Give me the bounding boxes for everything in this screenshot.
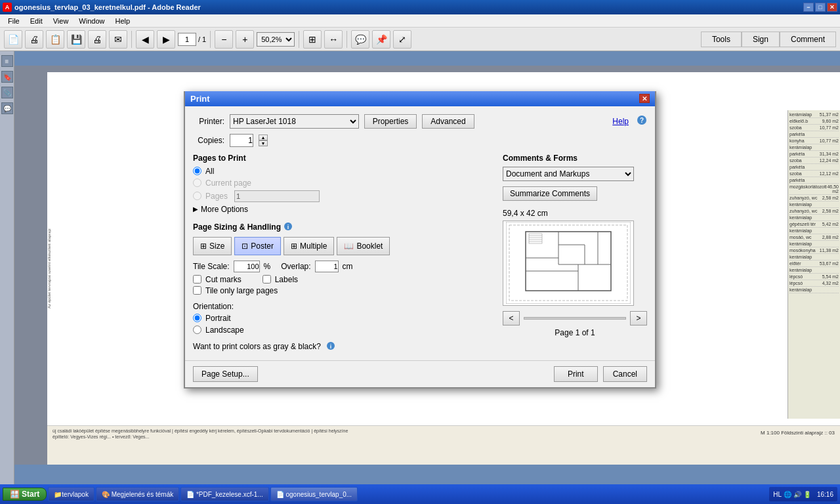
sizing-info-icon[interactable]: i	[284, 222, 293, 233]
landscape-label: Landscape	[205, 326, 244, 335]
preview-dimensions: 59,4 x 42 cm	[503, 209, 647, 218]
booklet-button-label: Booklet	[356, 242, 383, 251]
dialog-titlebar: Print ✕	[185, 91, 655, 106]
radio-pages-input[interactable]	[193, 192, 201, 200]
gray-label: Want to print colors as gray & black?	[193, 342, 321, 351]
cancel-button[interactable]: Cancel	[603, 366, 647, 382]
booklet-button[interactable]: 📖 Booklet	[337, 237, 390, 255]
tile-large-row: Tile only large pages	[193, 286, 492, 295]
comments-section: Comments & Forms Document and Markups Do…	[503, 154, 647, 201]
sizing-section-label: Page Sizing & Handling i	[193, 222, 492, 233]
preview-next-button[interactable]: >	[630, 311, 647, 326]
preview-svg	[506, 222, 631, 304]
footer-right: Print Cancel	[554, 366, 647, 382]
page-setup-button[interactable]: Page Setup...	[193, 366, 258, 382]
copies-input[interactable]	[230, 134, 253, 147]
window-close-button[interactable]: ✕	[827, 3, 837, 12]
tile-scale-row: Tile Scale: % Overlap: cm	[193, 261, 492, 272]
cut-marks-label: Cut marks	[205, 275, 242, 284]
title-bar-left: A ogonesius_tervlap_03_keretnelkul.pdf -…	[3, 3, 201, 12]
maximize-button[interactable]: □	[815, 3, 826, 12]
radio-current-row: Current page	[193, 178, 492, 188]
dialog-overlay: Print ✕ Printer: HP LaserJet 1018 Proper…	[0, 14, 840, 504]
sizing-section: Page Sizing & Handling i ⊞ Size ⊡	[193, 222, 492, 295]
radio-all-row: All	[193, 167, 492, 176]
gray-black-row: Want to print colors as gray & black? i	[193, 341, 492, 352]
title-bar-buttons: − □ ✕	[803, 3, 837, 12]
app-icon: A	[3, 3, 12, 12]
dialog-right: Comments & Forms Document and Markups Do…	[503, 154, 647, 352]
svg-text:?: ?	[640, 117, 644, 124]
multiple-icon: ⊞	[291, 242, 297, 251]
radio-all-label: All	[205, 167, 214, 176]
portrait-radio[interactable]	[193, 314, 201, 322]
dialog-footer: Page Setup... Print Cancel	[185, 360, 655, 387]
poster-button[interactable]: ⊡ Poster	[234, 237, 281, 255]
dialog-left: Pages to Print All Current page Pages	[193, 154, 492, 352]
title-bar: A ogonesius_tervlap_03_keretnelkul.pdf -…	[0, 0, 840, 14]
tile-large-checkbox[interactable]	[193, 286, 201, 295]
dialog-close-button[interactable]: ✕	[639, 94, 650, 103]
size-icon: ⊞	[200, 242, 207, 251]
preview-slider[interactable]	[524, 317, 626, 320]
minimize-button[interactable]: −	[803, 3, 814, 12]
orientation-section: Orientation: Portrait Landscape	[193, 302, 492, 335]
printer-select[interactable]: HP LaserJet 1018	[230, 114, 359, 129]
orientation-label: Orientation:	[193, 302, 492, 311]
window-title: ogonesius_tervlap_03_keretnelkul.pdf - A…	[14, 3, 201, 11]
advanced-button[interactable]: Advanced	[422, 114, 474, 129]
multiple-button[interactable]: ⊞ Multiple	[284, 237, 334, 255]
preview-navigation: < >	[503, 311, 647, 326]
pages-section: Pages to Print All Current page Pages	[193, 154, 492, 214]
svg-text:i: i	[330, 343, 332, 350]
booklet-icon: 📖	[344, 242, 354, 251]
print-dialog: Print ✕ Printer: HP LaserJet 1018 Proper…	[184, 91, 656, 388]
radio-pages-label: Pages	[205, 192, 228, 201]
summarize-comments-button[interactable]: Summarize Comments	[503, 186, 597, 201]
portrait-label: Portrait	[205, 314, 231, 323]
radio-all-input[interactable]	[193, 167, 201, 175]
copies-down-button[interactable]: ▼	[259, 140, 268, 146]
print-button[interactable]: Print	[554, 366, 598, 382]
properties-button[interactable]: Properties	[364, 114, 417, 129]
tile-scale-input[interactable]	[234, 261, 260, 272]
copies-row: Copies: ▲ ▼	[193, 134, 647, 147]
preview-prev-button[interactable]: <	[503, 311, 520, 326]
radio-pages-row: Pages	[193, 190, 492, 202]
overlap-label: Overlap:	[281, 262, 310, 271]
size-button-label: Size	[209, 242, 224, 251]
help-link[interactable]: Help	[612, 117, 629, 126]
tile-scale-pct: %	[264, 262, 271, 271]
radio-current-input[interactable]	[193, 178, 201, 187]
tile-large-label: Tile only large pages	[205, 286, 278, 295]
more-options[interactable]: ▶ More Options	[193, 205, 492, 214]
multiple-button-label: Multiple	[300, 242, 327, 251]
radio-current-label: Current page	[205, 178, 251, 188]
more-options-label: More Options	[201, 205, 248, 214]
pages-range-input[interactable]	[234, 190, 320, 202]
help-icon[interactable]: ?	[637, 115, 647, 127]
cut-marks-row: Cut marks Labels	[193, 275, 492, 284]
dialog-columns: Pages to Print All Current page Pages	[193, 154, 647, 352]
preview-area: 59,4 x 42 cm	[503, 209, 647, 337]
landscape-radio[interactable]	[193, 326, 201, 334]
copies-spinner: ▲ ▼	[259, 135, 268, 146]
preview-box	[503, 220, 634, 306]
gray-info-icon[interactable]: i	[326, 341, 335, 352]
cut-marks-checkbox[interactable]	[193, 275, 201, 284]
overlap-unit: cm	[343, 262, 353, 271]
labels-checkbox[interactable]	[262, 275, 271, 284]
dialog-body: Printer: HP LaserJet 1018 Properties Adv…	[185, 106, 655, 360]
overlap-input[interactable]	[315, 261, 339, 272]
poster-button-label: Poster	[251, 242, 274, 251]
size-button[interactable]: ⊞ Size	[193, 237, 232, 255]
comments-section-label: Comments & Forms	[503, 154, 647, 163]
poster-icon: ⊡	[242, 242, 248, 251]
pages-section-label: Pages to Print	[193, 154, 492, 163]
svg-text:i: i	[287, 224, 289, 230]
printer-label: Printer:	[193, 117, 224, 126]
copies-up-button[interactable]: ▲	[259, 135, 268, 140]
comments-forms-select[interactable]: Document and Markups Document Document a…	[503, 167, 634, 181]
portrait-row: Portrait	[193, 314, 492, 323]
sizing-buttons: ⊞ Size ⊡ Poster ⊞ Multiple	[193, 237, 492, 255]
